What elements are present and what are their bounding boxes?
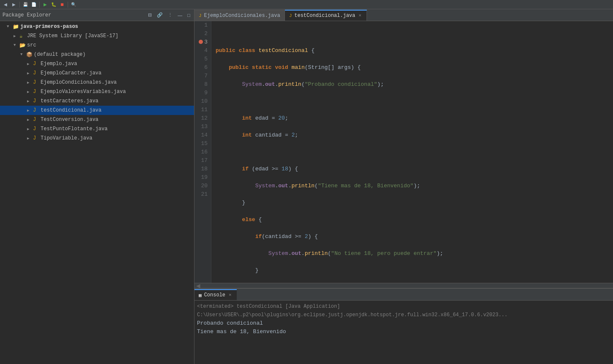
file-label: EjemploCaracter.java: [41, 70, 101, 76]
tab-testCondicional[interactable]: J testCondicional.java ×: [285, 10, 367, 21]
tree-item-EjemploCondicionales[interactable]: ▶ J EjemploCondicionales.java: [0, 78, 194, 87]
run-btn[interactable]: ▶: [41, 1, 49, 8]
code-line-7: int cantidad = 2;: [216, 131, 613, 140]
ln-21: 21: [198, 190, 208, 199]
file-label: Ejemplo.java: [41, 61, 77, 67]
sep1: [19, 2, 20, 8]
link-editor-btn[interactable]: 🔗: [156, 12, 164, 18]
code-editor[interactable]: 1 2 3 4 5 6 7 8 9 10 11 12 13 14 15 16 1: [194, 21, 613, 283]
arrow-file: ▶: [27, 80, 33, 85]
code-line-1: [216, 30, 613, 38]
tree-item-project[interactable]: ▼ 📁 java-primeros-pasos: [0, 22, 194, 31]
arrow-file: ▶: [27, 136, 33, 141]
ln-13: 13: [198, 123, 208, 131]
arrow-file: ▶: [27, 118, 33, 122]
tree-item-Ejemplo[interactable]: ▶ J Ejemplo.java: [0, 59, 194, 68]
ln-8: 8: [198, 80, 208, 89]
tree-item-testCaracteres[interactable]: ▶ J testCaracteres.java: [0, 96, 194, 106]
code-content[interactable]: public class testCondicional { public st…: [211, 21, 613, 283]
tree-item-EjemploValoresVariables[interactable]: ▶ J EjemploValoresVariables.java: [0, 87, 194, 96]
collapse-all-btn[interactable]: ⊟: [147, 12, 153, 18]
ln-9: 9: [198, 89, 208, 97]
tree-item-jre[interactable]: ▶ ☕ JRE System Library [JavaSE-17]: [0, 31, 194, 41]
console-terminated-line: <terminated> testCondicional [Java Appli…: [197, 302, 610, 319]
console-output-line-1: Probando condicional: [197, 319, 610, 328]
package-icon: 📦: [26, 52, 34, 58]
ln-2: 2: [198, 30, 208, 38]
console-tab[interactable]: ▦ Console ×: [194, 289, 237, 300]
search-btn[interactable]: 🔍: [70, 1, 77, 8]
bottom-tabs: ▦ Console ×: [194, 289, 613, 301]
fwd-btn[interactable]: ▶: [10, 1, 18, 8]
arrow-file: ▶: [27, 127, 33, 131]
sep2: [39, 2, 40, 8]
code-line-15: }: [216, 266, 613, 275]
code-line-13: if(cantidad >= 2) {: [216, 233, 613, 241]
ln-1: 1: [198, 21, 208, 30]
stop-btn[interactable]: ⏹: [58, 1, 66, 8]
tab-close-btn[interactable]: ×: [358, 13, 362, 18]
tree-item-testCondicional[interactable]: ▶ J testCondicional.java: [0, 106, 194, 115]
new-btn[interactable]: 📄: [30, 1, 38, 8]
java-icon: J: [33, 117, 41, 123]
code-line-2: public class testCondicional {: [216, 47, 613, 55]
ln-7: 7: [198, 72, 208, 80]
file-label: TestPuntoFlotante.java: [41, 126, 107, 132]
line-numbers: 1 2 3 4 5 6 7 8 9 10 11 12 13 14 15 16 1: [194, 21, 211, 283]
tab-EjemploCondicionales[interactable]: J EjemploCondicionales.java: [194, 10, 285, 21]
code-line-4: System.out.println("Probando condicional…: [216, 80, 613, 89]
console-icon: ▦: [199, 293, 202, 298]
code-line-5: [216, 97, 613, 106]
arrow-pkg: ▼: [20, 52, 26, 57]
minimize-btn[interactable]: —: [176, 12, 183, 18]
ln-19: 19: [198, 173, 208, 182]
pkg-label: (default package): [34, 52, 85, 57]
arrow-file: ▶: [27, 71, 33, 76]
file-label: TestConversion.java: [41, 117, 99, 123]
tree-item-default-pkg[interactable]: ▼ 📦 (default package): [0, 50, 194, 59]
package-explorer-panel: Package Explorer ⊟ 🔗 ⋮ — □ ▼ 📁 java-prim…: [0, 9, 194, 364]
save-btn[interactable]: 💾: [22, 1, 29, 8]
arrow-project: ▼: [7, 25, 13, 29]
src-icon: 📂: [19, 42, 27, 49]
back-btn[interactable]: ◀: [2, 1, 9, 8]
debug-btn[interactable]: 🐛: [50, 1, 57, 8]
right-panel: J EjemploCondicionales.java J testCondic…: [194, 9, 613, 364]
editor-tabs: J EjemploCondicionales.java J testCondic…: [194, 9, 613, 21]
tree-item-TestConversion[interactable]: ▶ J TestConversion.java: [0, 115, 194, 124]
ln-17: 17: [198, 156, 208, 165]
breakpoint-dot: [199, 40, 203, 44]
horizontal-scrollbar[interactable]: ◀: [194, 283, 613, 288]
tab-label: testCondicional.java: [294, 13, 355, 19]
file-label: EjemploValoresVariables.java: [41, 89, 126, 95]
jre-label: JRE System Library [JavaSE-17]: [27, 33, 118, 39]
src-label: src: [27, 42, 36, 48]
console-tab-label: Console: [204, 292, 225, 298]
java-icon: J: [33, 107, 41, 113]
ln-16: 16: [198, 148, 208, 156]
main-area: Package Explorer ⊟ 🔗 ⋮ — □ ▼ 📁 java-prim…: [0, 9, 613, 364]
arrow-file: ▶: [27, 99, 33, 104]
tree-item-TestPuntoFlotante[interactable]: ▶ J TestPuntoFlotante.java: [0, 124, 194, 134]
maximize-btn[interactable]: □: [186, 12, 192, 18]
console-close-btn[interactable]: ×: [228, 293, 233, 298]
code-line-10: System.out.println("Tiene mas de 18, Bie…: [216, 182, 613, 190]
java-icon: J: [33, 89, 41, 95]
file-label: EjemploCondicionales.java: [41, 79, 117, 85]
panel-menu-btn[interactable]: ⋮: [167, 12, 174, 18]
java-icon: J: [33, 61, 41, 67]
sep3: [68, 2, 68, 8]
console-output-line-2: Tiene mas de 18, Bienvenido: [197, 328, 610, 336]
java-icon: J: [33, 98, 41, 104]
java-icon: J: [33, 79, 41, 85]
code-line-8: [216, 148, 613, 156]
bottom-panel: ▦ Console × <terminated> testCondicional…: [194, 288, 613, 364]
ln-10: 10: [198, 97, 208, 106]
tree-item-src[interactable]: ▼ 📂 src: [0, 41, 194, 50]
project-icon: 📁: [13, 24, 20, 30]
tree-item-EjemploCaracter[interactable]: ▶ J EjemploCaracter.java: [0, 68, 194, 78]
java-icon: J: [33, 126, 41, 132]
java-icon: J: [33, 135, 41, 141]
file-tree: ▼ 📁 java-primeros-pasos ▶ ☕ JRE System L…: [0, 21, 194, 364]
tree-item-TipoVariable[interactable]: ▶ J TipoVariable.java: [0, 134, 194, 143]
